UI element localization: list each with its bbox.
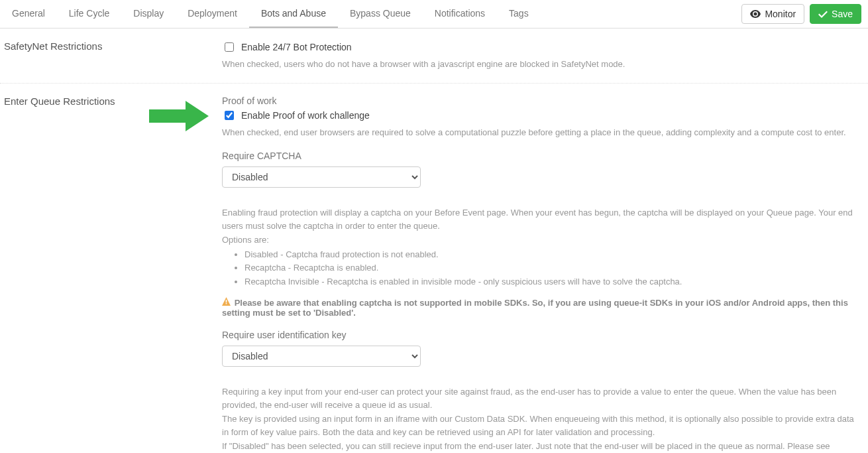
enable-bot-protection-label: Enable 24/7 Bot Protection	[241, 42, 352, 52]
uid-help-p2: The key is provided using an input form …	[222, 413, 855, 438]
uid-help-p3: If "Disabled" has been selected, you can…	[222, 440, 855, 453]
captcha-options-label: Options are:	[222, 233, 855, 247]
save-label: Save	[832, 9, 853, 19]
captcha-help: Enabling fraud protection will display a…	[222, 206, 855, 288]
monitor-label: Monitor	[765, 9, 796, 19]
section-safetynet: SafetyNet Restrictions Enable 24/7 Bot P…	[0, 29, 868, 84]
uid-title: Require user identification key	[222, 330, 855, 340]
enable-pow-label: Enable Proof of work challenge	[241, 110, 370, 121]
tab-deployment[interactable]: Deployment	[176, 0, 249, 28]
tab-display[interactable]: Display	[121, 0, 176, 28]
tab-bots-and-abuse[interactable]: Bots and Abuse	[249, 0, 338, 28]
enable-bot-protection-input[interactable]	[225, 42, 234, 52]
check-icon	[818, 10, 828, 18]
eye-icon	[750, 10, 761, 18]
warning-icon	[222, 297, 231, 308]
section-label-enter-queue: Enter Queue Restrictions	[0, 96, 222, 454]
enable-pow-checkbox[interactable]: Enable Proof of work challenge	[222, 109, 855, 122]
monitor-button[interactable]: Monitor	[741, 4, 804, 24]
enable-bot-protection-checkbox[interactable]: Enable 24/7 Bot Protection	[222, 40, 855, 54]
captcha-warning-text: Please be aware that enabling captcha is…	[222, 298, 848, 318]
list-item: Disabled - Captcha fraud protection is n…	[244, 248, 855, 261]
tab-bypass-queue[interactable]: Bypass Queue	[338, 0, 423, 28]
tab-tags[interactable]: Tags	[497, 0, 541, 28]
tabs: General Life Cycle Display Deployment Bo…	[0, 0, 741, 28]
captcha-help-p1: Enabling fraud protection will display a…	[222, 206, 855, 232]
enable-pow-input[interactable]	[225, 111, 234, 120]
tab-lifecycle[interactable]: Life Cycle	[57, 0, 121, 28]
pow-title: Proof of work	[222, 96, 855, 106]
bot-protection-help: When checked, users who do not have a br…	[222, 58, 855, 71]
list-item: Recaptcha Invisible - Recaptcha is enabl…	[244, 275, 855, 289]
top-actions: Monitor Save	[741, 0, 861, 28]
arrow-indicator-icon	[149, 99, 209, 133]
tab-general[interactable]: General	[0, 0, 57, 28]
uid-help-p1: Requiring a key input from your end-user…	[222, 385, 855, 411]
tab-notifications[interactable]: Notifications	[423, 0, 497, 28]
captcha-options-list: Disabled - Captcha fraud protection is n…	[222, 248, 855, 289]
topbar: General Life Cycle Display Deployment Bo…	[0, 0, 868, 29]
svg-marker-0	[149, 101, 209, 131]
enter-queue-label-text: Enter Queue Restrictions	[4, 96, 115, 107]
uid-help: Requiring a key input from your end-user…	[222, 385, 855, 453]
pow-help: When checked, end user browsers are requ…	[222, 126, 855, 139]
section-enter-queue: Enter Queue Restrictions Proof of work E…	[0, 84, 868, 454]
section-label-safetynet: SafetyNet Restrictions	[0, 40, 222, 71]
list-item: Recaptcha - Recaptcha is enabled.	[244, 261, 855, 275]
captcha-warning: Please be aware that enabling captcha is…	[222, 297, 855, 318]
require-uid-select[interactable]: Disabled	[222, 346, 421, 367]
save-button[interactable]: Save	[810, 4, 861, 24]
require-captcha-select[interactable]: Disabled	[222, 166, 421, 188]
captcha-title: Require CAPTCHA	[222, 151, 855, 161]
